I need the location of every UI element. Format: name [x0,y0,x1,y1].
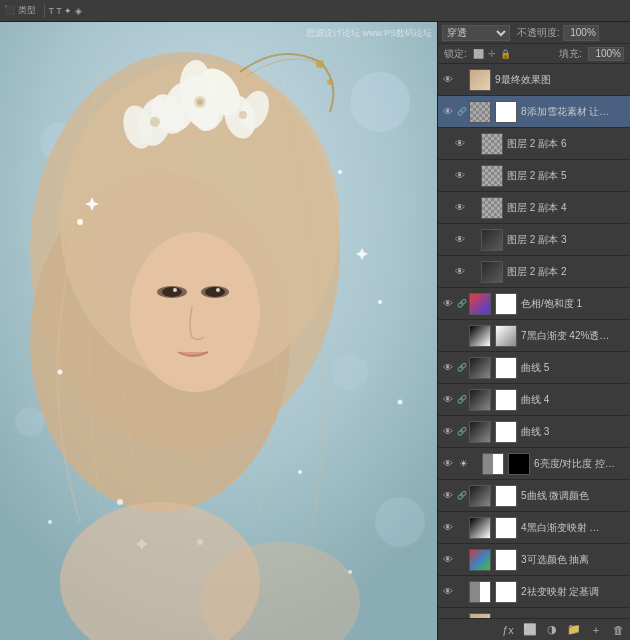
layer-eye-icon[interactable]: 👁 [441,489,455,503]
svg-point-35 [378,300,382,304]
opacity-label: 不透明度: [517,26,560,40]
fill-label: 填充: [559,47,582,61]
layer-item[interactable]: 👁🔗曲线 5 [438,352,630,384]
layer-thumbnail [469,581,491,603]
layer-eye-icon[interactable]: 👁 [441,521,455,535]
layer-link-icon[interactable] [469,265,479,279]
layer-link-icon[interactable] [469,169,479,183]
layer-eye-icon[interactable]: 👁 [441,297,455,311]
layer-eye-icon[interactable]: 👁 [441,105,455,119]
layer-link-icon[interactable] [457,553,467,567]
layer-link-icon[interactable]: 🔗 [457,105,467,119]
layer-eye-icon[interactable]: 👁 [441,457,455,471]
layer-label: 图层 2 副本 4 [507,201,627,215]
layer-thumbnail [469,69,491,91]
layer-label: 曲线 3 [521,425,627,439]
svg-point-1 [350,72,410,132]
layer-eye-icon[interactable]: 👁 [453,201,467,215]
fx-button[interactable]: ƒx [500,622,516,638]
svg-point-30 [316,60,324,68]
layer-thumbnail [481,133,503,155]
layers-list[interactable]: 👁9最终效果图👁🔗8添加雪花素材 让…👁图层 2 副本 6👁图层 2 副本 5👁… [438,64,630,618]
layer-link-icon[interactable]: 🔗 [457,393,467,407]
svg-point-3 [375,497,425,547]
lock-move-icon[interactable]: ✛ [488,49,496,59]
layer-thumbnail [481,165,503,187]
layer-thumbnail [469,485,491,507]
layer-eye-icon[interactable]: 👁 [441,553,455,567]
layer-item[interactable]: 👁图层 2 副本 2 [438,256,630,288]
layer-link-icon[interactable] [457,73,467,87]
layer-item[interactable]: 👁1简单修饰人物皮肤 [438,608,630,618]
svg-point-9 [130,232,260,392]
type-label: ⬛ 类型 [4,4,36,17]
layer-mask [495,549,517,571]
layer-link-icon[interactable]: 🔗 [457,361,467,375]
main-layout: 思源设计论坛 www.PS数码论坛 穿透 正常 正片叠底 不透明度: 锁定: ⬜… [0,22,630,640]
layer-link-icon[interactable] [470,457,480,471]
layer-item[interactable]: 👁🔗色相/饱和度 1 [438,288,630,320]
layer-item[interactable]: 👁🔗曲线 3 [438,416,630,448]
lock-all-icon[interactable]: 🔒 [500,49,511,59]
layer-label: 5曲线 微调颜色 [521,489,627,503]
layer-label: 6亮度/对比度 控… [534,457,627,471]
group-button[interactable]: 📁 [566,622,582,638]
layer-item[interactable]: 👁🔗8添加雪花素材 让… [438,96,630,128]
layer-eye-icon[interactable]: 👁 [453,265,467,279]
opacity-input[interactable] [563,25,599,41]
blend-mode-row: 穿透 正常 正片叠底 不透明度: [438,22,630,44]
layer-mask [495,357,517,379]
layer-item[interactable]: 👁图层 2 副本 4 [438,192,630,224]
sun-icon: ☀ [459,458,468,469]
layer-item[interactable]: 👁🔗曲线 4 [438,384,630,416]
layer-link-icon[interactable]: 🔗 [457,297,467,311]
add-mask-button[interactable]: ⬜ [522,622,538,638]
layer-eye-icon[interactable]: 👁 [441,361,455,375]
layer-eye-icon[interactable] [441,329,455,343]
layer-label: 7黑白渐变 42%透… [521,329,627,343]
layer-link-icon[interactable] [469,233,479,247]
layer-eye-icon[interactable]: 👁 [453,233,467,247]
fill-input[interactable] [588,47,624,61]
layer-link-icon[interactable] [457,329,467,343]
layer-item[interactable]: 👁4黑白渐变映射 … [438,512,630,544]
blend-mode-select[interactable]: 穿透 正常 正片叠底 [442,25,510,41]
layer-thumbnail [469,293,491,315]
layer-item[interactable]: 👁9最终效果图 [438,64,630,96]
svg-point-33 [338,170,342,174]
layer-eye-icon[interactable]: 👁 [441,585,455,599]
layer-link-icon[interactable] [457,585,467,599]
layer-eye-icon[interactable]: 👁 [453,137,467,151]
layer-link-icon[interactable]: 🔗 [457,489,467,503]
layer-item[interactable]: 👁2祛变映射 定基调 [438,576,630,608]
layer-item[interactable]: 👁☀6亮度/对比度 控… [438,448,630,480]
layer-item[interactable]: 7黑白渐变 42%透… [438,320,630,352]
layer-eye-icon[interactable]: 👁 [441,393,455,407]
layer-link-icon[interactable] [457,617,467,619]
delete-layer-button[interactable]: 🗑 [610,622,626,638]
layer-item[interactable]: 👁图层 2 副本 3 [438,224,630,256]
layer-item[interactable]: 👁图层 2 副本 5 [438,160,630,192]
new-layer-button[interactable]: + [588,622,604,638]
lock-pixel-icon[interactable]: ⬜ [473,49,484,59]
layer-link-icon[interactable] [469,137,479,151]
layer-eye-icon[interactable]: 👁 [441,425,455,439]
layer-thumbnail [469,549,491,571]
layer-thumbnail [469,613,491,619]
layer-item[interactable]: 👁3可选颜色 抽离 [438,544,630,576]
layer-label: 曲线 5 [521,361,627,375]
layer-item[interactable]: 👁图层 2 副本 6 [438,128,630,160]
svg-point-37 [298,470,302,474]
layer-item[interactable]: 👁🔗5曲线 微调颜色 [438,480,630,512]
adjustment-button[interactable]: ◑ [544,622,560,638]
layer-eye-icon[interactable]: 👁 [441,617,455,619]
layer-label: 9最终效果图 [495,73,627,87]
layer-eye-icon[interactable]: 👁 [453,169,467,183]
layer-link-icon[interactable]: 🔗 [457,425,467,439]
layer-link-icon[interactable] [469,201,479,215]
layer-mask [508,453,530,475]
layer-eye-icon[interactable]: 👁 [441,73,455,87]
layer-link-icon[interactable] [457,521,467,535]
image-canvas[interactable]: 思源设计论坛 www.PS数码论坛 [0,22,437,640]
layers-bottom-bar: ƒx ⬜ ◑ 📁 + 🗑 [438,618,630,640]
